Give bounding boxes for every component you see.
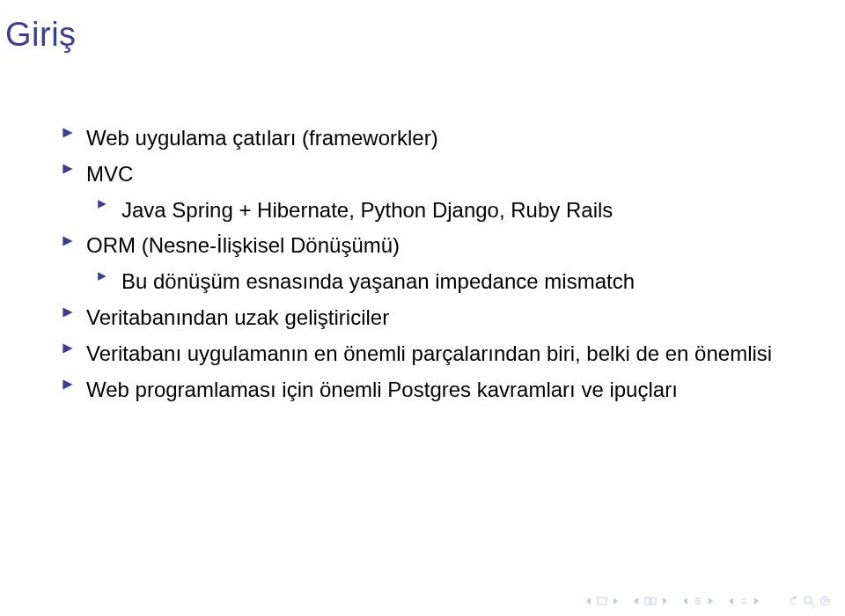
bullet-item: Veritabanından uzak geliştiriciler: [62, 303, 792, 334]
bullet-text: MVC: [86, 162, 133, 186]
svg-point-25: [805, 597, 812, 604]
svg-marker-10: [614, 598, 618, 605]
svg-marker-11: [634, 598, 638, 605]
nav-appendix-prev-icon[interactable]: [727, 597, 736, 605]
triangle-bullet-icon: [62, 235, 79, 247]
svg-rect-13: [651, 598, 656, 605]
svg-marker-0: [62, 128, 72, 138]
beamer-nav-bar: [584, 595, 831, 607]
svg-marker-24: [794, 596, 797, 599]
bullet-item: ORM (Nesne-İlişkisel Dönüşümü): [62, 231, 792, 261]
bullet-text: Bu dönüşüm esnasında yaşanan impedance m…: [121, 269, 635, 293]
nav-section-icon[interactable]: [644, 597, 657, 605]
bullet-item: Web uygulama çatıları (frameworkler): [62, 123, 792, 154]
svg-marker-3: [62, 236, 72, 246]
bullet-item: MVC: [62, 159, 792, 190]
nav-section-next-icon[interactable]: [660, 597, 669, 605]
nav-slide-prev-icon[interactable]: [584, 597, 593, 605]
bullet-item: Veritabanı uygulamanın en önemli parçala…: [62, 339, 792, 370]
svg-rect-12: [645, 598, 650, 605]
svg-marker-1: [62, 165, 72, 174]
slide-title: Giriş: [5, 16, 77, 54]
svg-rect-9: [598, 598, 606, 605]
triangle-bullet-icon: [97, 199, 114, 209]
triangle-bullet-icon: [62, 127, 79, 139]
svg-marker-6: [62, 343, 72, 353]
triangle-bullet-icon: [62, 306, 79, 319]
triangle-bullet-icon: [62, 342, 79, 355]
triangle-bullet-icon: [62, 378, 79, 391]
bullet-text: Veritabanından uzak geliştiriciler: [86, 305, 389, 329]
nav-close-icon[interactable]: [819, 595, 831, 607]
svg-line-26: [811, 603, 814, 606]
slide-content: Web uygulama çatıları (frameworkler) MVC…: [62, 123, 792, 410]
bullet-text: Java Spring + Hibernate, Python Django, …: [121, 198, 613, 222]
nav-appendix-icon[interactable]: [739, 597, 748, 605]
svg-marker-5: [62, 308, 72, 318]
nav-section-prev-icon[interactable]: [632, 597, 641, 605]
nav-appendix-next-icon[interactable]: [752, 597, 760, 605]
nav-back-icon[interactable]: [785, 596, 799, 606]
svg-marker-20: [729, 598, 733, 605]
bullet-text: Web uygulama çatıları (frameworkler): [86, 126, 438, 150]
bullet-text: Web programlaması için önemli Postgres k…: [86, 378, 678, 401]
bullet-item: Bu dönüşüm esnasında yaşanan impedance m…: [62, 267, 792, 297]
svg-marker-7: [62, 379, 72, 389]
bullet-text: Veritabanı uygulamanın en önemli parçala…: [86, 341, 772, 365]
svg-marker-15: [683, 598, 687, 605]
svg-marker-2: [98, 200, 107, 209]
svg-line-28: [823, 599, 827, 603]
nav-slide-next-icon[interactable]: [611, 597, 620, 605]
svg-marker-19: [709, 598, 713, 605]
bullet-text: ORM (Nesne-İlişkisel Dönüşümü): [86, 233, 400, 257]
svg-marker-14: [663, 598, 667, 605]
triangle-bullet-icon: [62, 163, 79, 175]
bullet-item: Java Spring + Hibernate, Python Django, …: [62, 195, 792, 226]
triangle-bullet-icon: [97, 271, 114, 282]
svg-marker-4: [98, 272, 107, 281]
svg-marker-8: [586, 598, 591, 605]
svg-marker-23: [754, 598, 759, 605]
bullet-item: Web programlaması için önemli Postgres k…: [62, 375, 792, 406]
nav-frame-icon[interactable]: [597, 597, 607, 605]
nav-search-icon[interactable]: [803, 595, 815, 607]
nav-subsection-icon[interactable]: [694, 597, 702, 605]
nav-subsection-prev-icon[interactable]: [681, 597, 690, 605]
nav-subsection-next-icon[interactable]: [706, 597, 715, 605]
